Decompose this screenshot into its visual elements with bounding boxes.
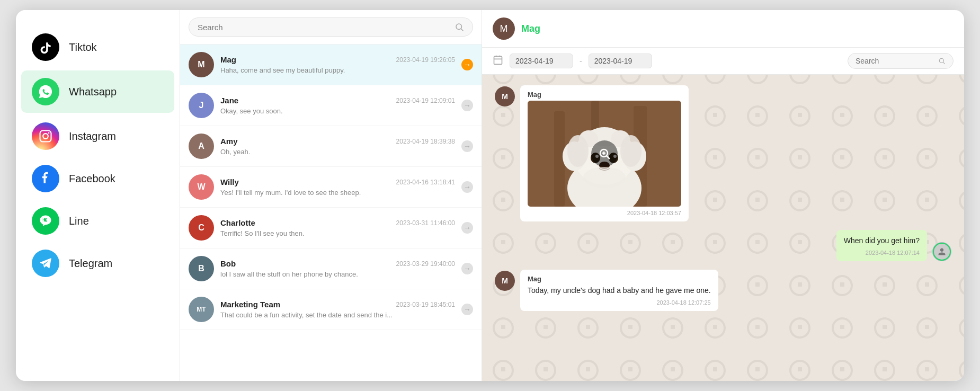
message-image-1[interactable] — [528, 101, 681, 207]
tiktok-icon — [32, 33, 59, 61]
calendar-icon — [493, 55, 503, 67]
chat-info-charlotte: Charlotte 2023-03-31 11:46:00 Terrific! … — [220, 218, 455, 237]
facebook-icon — [32, 165, 59, 192]
avatar-jane: J — [189, 93, 214, 118]
avatar-willy: W — [189, 174, 214, 200]
main-chat-area: M Mag - — [482, 10, 964, 381]
message-sender-3: Mag — [528, 275, 711, 283]
sidebar-item-telegram[interactable]: Telegram — [16, 242, 180, 285]
chat-item-mag[interactable]: M Mag 2023-04-19 19:26:05 Haha, come and… — [180, 45, 482, 85]
chat-item-bob[interactable]: B Bob 2023-03-29 19:40:00 lol I saw all … — [180, 248, 482, 289]
chat-preview-amy: Oh, yeah. — [220, 148, 400, 156]
sidebar-item-label-tiktok: Tiktok — [69, 41, 97, 54]
date-search-input[interactable] — [856, 57, 934, 65]
chat-item-jane[interactable]: J Jane 2023-04-19 12:09:01 Okay, see you… — [180, 85, 482, 126]
chat-time-mag: 2023-04-19 19:26:05 — [396, 56, 455, 64]
chat-name-bob: Bob — [220, 259, 236, 268]
message-avatar-me — [932, 242, 951, 261]
sidebar-item-label-whatsapp: Whatsapp — [69, 86, 117, 98]
chat-list: M Mag 2023-04-19 19:26:05 Haha, come and… — [180, 45, 482, 381]
chat-name-amy: Amy — [220, 137, 238, 146]
sidebar-item-instagram[interactable]: Instagram — [16, 115, 180, 157]
sidebar-item-label-instagram: Instagram — [69, 130, 116, 143]
message-bubble-2: When did you get him? 2023-04-18 12:07:1… — [836, 230, 927, 261]
sidebar-item-line[interactable]: Line — [16, 200, 180, 242]
svg-point-9 — [939, 58, 943, 63]
chat-item-amy[interactable]: A Amy 2023-04-19 18:39:38 Oh, yeah. → — [180, 126, 482, 167]
svg-point-3 — [456, 24, 462, 30]
avatar-amy: A — [189, 134, 214, 159]
chat-time-charlotte: 2023-03-31 11:46:00 — [396, 219, 455, 227]
chat-item-marketing[interactable]: MT Marketing Team 2023-03-19 18:45:01 Th… — [180, 289, 482, 330]
chat-arrow-jane: → — [461, 100, 473, 111]
chat-name-marketing: Marketing Team — [220, 300, 280, 309]
date-filter-bar: - — [482, 48, 964, 75]
app-container: Tiktok Whatsapp Instagram — [16, 10, 964, 381]
sidebar-item-tiktok[interactable]: Tiktok — [16, 26, 180, 68]
line-icon — [32, 207, 59, 235]
chat-preview-bob: lol I saw all the stuff on her phone by … — [220, 270, 400, 278]
message-time-2: 2023-04-18 12:07:14 — [844, 250, 920, 256]
chat-item-willy[interactable]: W Willy 2023-04-16 13:18:41 Yes! I'll te… — [180, 167, 482, 208]
svg-rect-5 — [494, 56, 502, 64]
avatar-charlotte: C — [189, 215, 214, 241]
message-sender-1: Mag — [528, 91, 681, 99]
messages-area: M Mag — [482, 75, 964, 381]
chat-time-jane: 2023-04-19 12:09:01 — [396, 97, 455, 104]
message-text-2: When did you get him? — [844, 235, 920, 246]
chat-time-marketing: 2023-03-19 18:45:01 — [396, 301, 455, 308]
chat-header-avatar: M — [493, 17, 515, 40]
chat-search-icon — [455, 22, 464, 32]
sidebar: Tiktok Whatsapp Instagram — [16, 10, 180, 381]
chat-info-mag: Mag 2023-04-19 19:26:05 Haha, come and s… — [220, 55, 455, 74]
sidebar-item-whatsapp[interactable]: Whatsapp — [21, 70, 174, 113]
message-row-1: M Mag — [495, 85, 951, 221]
svg-line-10 — [943, 63, 945, 64]
message-text-3: Today, my uncle's dog had a baby and he … — [528, 285, 711, 296]
chat-preview-jane: Okay, see you soon. — [220, 107, 400, 115]
avatar-marketing: MT — [189, 297, 214, 322]
sidebar-item-label-facebook: Facebook — [69, 173, 115, 185]
chat-name-charlotte: Charlotte — [220, 218, 255, 227]
message-row-3: M Mag Today, my uncle's dog had a baby a… — [495, 270, 951, 311]
chat-name-jane: Jane — [220, 96, 238, 105]
chat-time-bob: 2023-03-29 19:40:00 — [396, 260, 455, 268]
svg-point-2 — [48, 132, 50, 134]
chat-header-name: Mag — [521, 23, 540, 34]
message-bubble-3: Mag Today, my uncle's dog had a baby and… — [520, 270, 718, 311]
svg-point-30 — [583, 167, 626, 188]
chat-preview-willy: Yes! I'll tell my mum. I'd love to see t… — [220, 189, 400, 197]
svg-line-4 — [461, 29, 463, 31]
whatsapp-icon — [32, 78, 59, 105]
chat-list-panel: M Mag 2023-04-19 19:26:05 Haha, come and… — [180, 10, 482, 381]
chat-info-amy: Amy 2023-04-19 18:39:38 Oh, yeah. — [220, 137, 455, 156]
date-to-input[interactable] — [589, 54, 652, 68]
chat-arrow-willy: → — [461, 181, 473, 193]
chat-time-amy: 2023-04-19 18:39:38 — [396, 138, 455, 145]
date-from-input[interactable] — [510, 54, 573, 68]
chat-name-willy: Willy — [220, 177, 239, 186]
chat-arrow-bob: → — [461, 263, 473, 274]
image-zoom-button[interactable] — [591, 140, 618, 167]
chat-item-charlotte[interactable]: C Charlotte 2023-03-31 11:46:00 Terrific… — [180, 208, 482, 248]
chat-arrow-amy: → — [461, 140, 473, 152]
sidebar-item-facebook[interactable]: Facebook — [16, 157, 180, 200]
svg-rect-0 — [40, 131, 51, 142]
message-bubble-1: Mag — [520, 85, 689, 221]
avatar-bob: B — [189, 256, 214, 281]
message-time-3: 2023-04-18 12:07:25 — [528, 299, 711, 306]
chat-arrow-charlotte: → — [461, 222, 473, 234]
message-avatar-mag-2: M — [495, 271, 515, 291]
chat-search-box[interactable] — [189, 17, 473, 37]
date-search-box[interactable] — [848, 53, 954, 69]
chat-preview-charlotte: Terrific! So I'll see you then. — [220, 229, 400, 237]
sidebar-item-label-line: Line — [69, 215, 89, 227]
date-separator: - — [580, 57, 582, 65]
message-avatar-mag: M — [495, 86, 515, 106]
chat-info-willy: Willy 2023-04-16 13:18:41 Yes! I'll tell… — [220, 177, 455, 197]
chat-list-search-area — [180, 10, 482, 45]
chat-search-input[interactable] — [198, 23, 450, 32]
instagram-icon — [32, 122, 59, 150]
chat-info-jane: Jane 2023-04-19 12:09:01 Okay, see you s… — [220, 96, 455, 115]
svg-point-1 — [43, 134, 48, 139]
